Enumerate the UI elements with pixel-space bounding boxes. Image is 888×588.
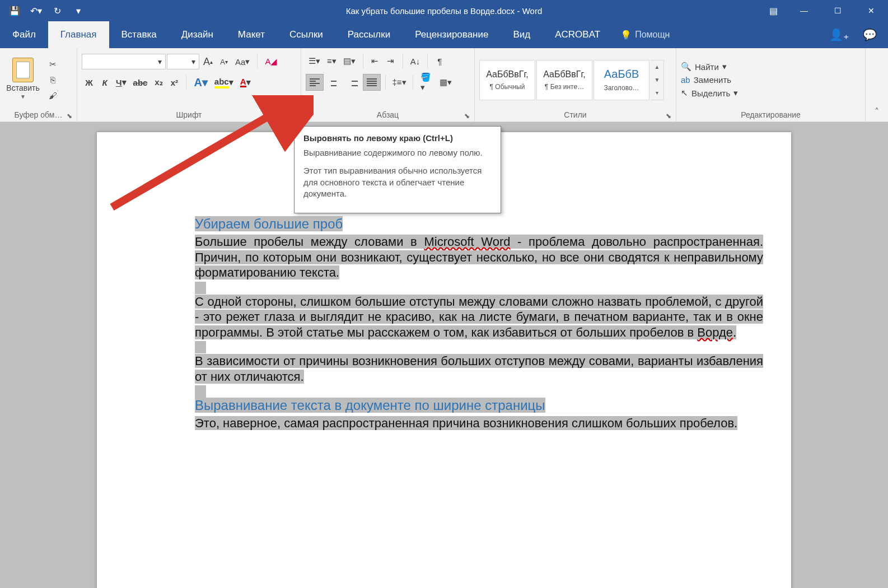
- strikethrough-button[interactable]: abc: [130, 75, 151, 90]
- bullets-button[interactable]: ☰▾: [306, 54, 323, 68]
- ribbon-display-icon[interactable]: ▤: [759, 0, 787, 21]
- qat-more-icon[interactable]: ▾: [68, 2, 88, 19]
- shading-button[interactable]: 🪣▾: [418, 74, 436, 91]
- share-icon[interactable]: 👤₊: [829, 28, 849, 41]
- window-title: Как убрать большие пробелы в Ворде.docx …: [346, 6, 542, 16]
- window-controls: ▤ — ☐ ✕: [759, 0, 888, 21]
- quick-access-toolbar: 💾 ↶▾ ↻ ▾: [0, 2, 88, 19]
- font-dialog-launcher-icon[interactable]: ⬊: [291, 112, 296, 120]
- superscript-button[interactable]: x²: [167, 75, 181, 90]
- maximize-button[interactable]: ☐: [821, 0, 854, 21]
- minimize-button[interactable]: —: [787, 0, 821, 21]
- blank-line: [195, 385, 763, 398]
- comments-icon[interactable]: 💬: [863, 28, 877, 41]
- group-paragraph-label: Абзац⬊: [306, 109, 470, 120]
- title-bar: 💾 ↶▾ ↻ ▾ Как убрать большие пробелы в Во…: [0, 0, 888, 21]
- tell-me-search[interactable]: 💡 Помощн: [613, 21, 677, 48]
- select-button[interactable]: ↖Выделить ▾: [681, 88, 738, 98]
- blank-line: [195, 282, 763, 294]
- tooltip-title: Выровнять по левому краю (Ctrl+L): [303, 133, 492, 143]
- style-nospacing[interactable]: АаБбВвГг, ¶ Без инте…: [536, 60, 592, 100]
- doc-heading-2: Выравнивание текста в документе по ширин…: [195, 398, 763, 413]
- underline-button[interactable]: Ч▾: [113, 75, 129, 90]
- clipboard-dialog-launcher-icon[interactable]: ⬊: [67, 112, 72, 120]
- replace-button[interactable]: abЗаменить: [681, 75, 738, 85]
- group-paragraph: ☰▾ ≡▾ ▤▾ ⇤ ⇥ A↓ ¶: [301, 48, 475, 122]
- tab-layout[interactable]: Макет: [226, 21, 277, 48]
- find-button[interactable]: 🔍Найти ▾: [681, 62, 738, 72]
- styles-more-button[interactable]: ▲▼▾: [651, 60, 664, 100]
- tooltip-align-left: Выровнять по левому краю (Ctrl+L) Выравн…: [294, 126, 501, 213]
- increase-indent-button[interactable]: ⇥: [384, 54, 398, 68]
- align-right-button[interactable]: [344, 74, 362, 91]
- group-clipboard: Вставить ▼ ✂ ⎘ 🖌 Буфер обм…⬊: [0, 48, 77, 122]
- copy-icon[interactable]: ⎘: [45, 73, 60, 87]
- undo-icon[interactable]: ↶▾: [26, 2, 46, 19]
- font-size-select[interactable]: ▾: [167, 54, 199, 69]
- tab-mailings[interactable]: Рассылки: [335, 21, 403, 48]
- change-case-button[interactable]: Aa▾: [232, 54, 253, 69]
- style-nospacing-label: ¶ Без инте…: [545, 83, 584, 91]
- align-center-button[interactable]: [325, 74, 343, 91]
- borders-button[interactable]: ▦▾: [437, 74, 455, 91]
- tab-view[interactable]: Вид: [501, 21, 543, 48]
- doc-paragraph-4: Это, наверное, самая распространенная пр…: [195, 416, 763, 431]
- show-marks-button[interactable]: ¶: [432, 54, 447, 68]
- redo-icon[interactable]: ↻: [47, 2, 67, 19]
- paste-button[interactable]: Вставить ▼: [4, 58, 41, 102]
- group-styles: АаБбВвГг, ¶ Обычный АаБбВвГг, ¶ Без инте…: [475, 48, 676, 122]
- highlight-button[interactable]: abc▾: [212, 75, 236, 90]
- search-icon: 🔍: [681, 62, 691, 72]
- ribbon-tabs: Файл Главная Вставка Дизайн Макет Ссылки…: [0, 21, 888, 48]
- style-heading1[interactable]: АаБбВ Заголово…: [593, 60, 649, 100]
- group-font-label: Шрифт⬊: [82, 109, 296, 120]
- collapse-ribbon-icon[interactable]: ˄: [866, 48, 888, 122]
- blank-line: [195, 341, 763, 353]
- format-painter-icon[interactable]: 🖌: [45, 89, 60, 102]
- paste-label: Вставить: [6, 83, 39, 92]
- bold-button[interactable]: Ж: [82, 75, 96, 90]
- style-heading1-label: Заголово…: [604, 84, 639, 92]
- font-name-select[interactable]: ▾: [82, 54, 166, 69]
- group-clipboard-label: Буфер обм…⬊: [4, 109, 72, 120]
- align-justify-button[interactable]: [363, 74, 381, 91]
- tab-acrobat[interactable]: ACROBAT: [543, 21, 613, 48]
- tell-me-label: Помощн: [635, 30, 670, 40]
- multilevel-button[interactable]: ▤▾: [340, 54, 358, 68]
- grow-font-button[interactable]: A▴: [200, 54, 216, 69]
- tab-review[interactable]: Рецензирование: [403, 21, 501, 48]
- align-left-button[interactable]: [306, 74, 324, 91]
- doc-paragraph-3: В зависимости от причины возникновения б…: [195, 353, 763, 384]
- close-button[interactable]: ✕: [854, 0, 888, 21]
- tab-references[interactable]: Ссылки: [277, 21, 335, 48]
- decrease-indent-button[interactable]: ⇤: [368, 54, 382, 68]
- tab-design[interactable]: Дизайн: [169, 21, 226, 48]
- tab-file[interactable]: Файл: [0, 21, 48, 48]
- ribbon: Вставить ▼ ✂ ⎘ 🖌 Буфер обм…⬊ ▾ ▾ A▴ A▾ A…: [0, 48, 888, 122]
- clear-formatting-icon[interactable]: A◢: [262, 54, 280, 69]
- paste-icon: [12, 58, 34, 82]
- text-effects-button[interactable]: A▾: [191, 75, 210, 90]
- font-color-button[interactable]: A▾: [237, 75, 254, 90]
- save-icon[interactable]: 💾: [4, 2, 25, 19]
- numbering-button[interactable]: ≡▾: [324, 54, 339, 68]
- tab-insert[interactable]: Вставка: [109, 21, 169, 48]
- group-styles-label: Стили⬊: [479, 109, 671, 120]
- styles-gallery[interactable]: АаБбВвГг, ¶ Обычный АаБбВвГг, ¶ Без инте…: [479, 60, 664, 100]
- doc-heading-1: Убираем большие проб: [195, 216, 763, 232]
- italic-button[interactable]: К: [97, 75, 112, 90]
- cut-icon[interactable]: ✂: [45, 58, 60, 71]
- tooltip-line1: Выравнивание содержимого по левому полю.: [303, 147, 492, 158]
- style-normal[interactable]: АаБбВвГг, ¶ Обычный: [479, 60, 535, 100]
- tab-home[interactable]: Главная: [48, 21, 109, 48]
- paragraph-dialog-launcher-icon[interactable]: ⬊: [464, 112, 470, 120]
- shrink-font-button[interactable]: A▾: [217, 54, 231, 69]
- group-editing: 🔍Найти ▾ abЗаменить ↖Выделить ▾ Редактир…: [676, 48, 866, 122]
- styles-dialog-launcher-icon[interactable]: ⬊: [666, 112, 671, 120]
- sort-button[interactable]: A↓: [408, 54, 423, 68]
- line-spacing-button[interactable]: ‡≡▾: [390, 74, 408, 91]
- group-font: ▾ ▾ A▴ A▾ Aa▾ A◢ Ж К Ч▾ abc x₂ x² A▾ abc…: [77, 48, 301, 122]
- replace-icon: ab: [681, 75, 690, 85]
- tooltip-line2: Этот тип выравнивания обычно используетс…: [303, 165, 492, 199]
- subscript-button[interactable]: x₂: [151, 75, 166, 90]
